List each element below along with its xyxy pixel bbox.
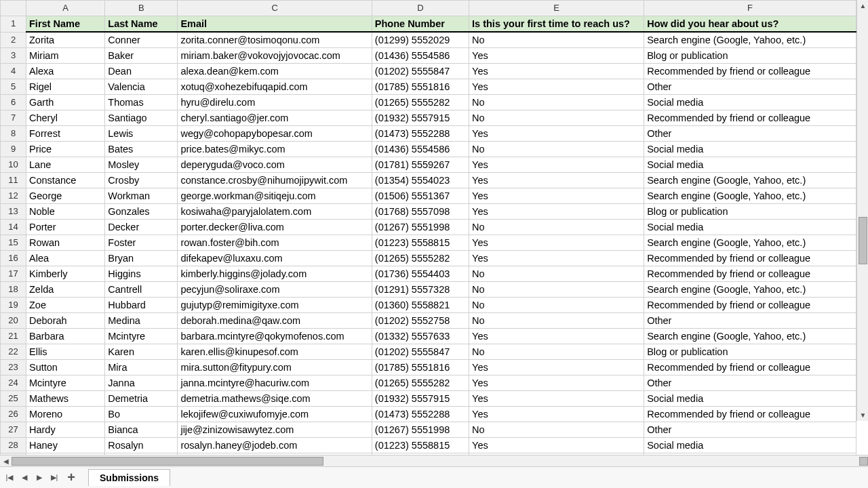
data-cell[interactable]: Alea <box>26 251 105 266</box>
data-cell[interactable]: Zorita <box>26 32 105 48</box>
data-cell[interactable]: Yes <box>469 188 644 204</box>
data-cell[interactable]: Blog or publication <box>644 48 856 64</box>
header-cell[interactable]: How did you hear about us? <box>644 16 856 33</box>
data-cell[interactable]: Porter <box>26 220 105 235</box>
data-cell[interactable]: No <box>469 422 644 438</box>
data-cell[interactable]: Conner <box>105 32 178 48</box>
data-cell[interactable]: Gonzales <box>105 204 178 220</box>
data-cell[interactable]: Clay <box>26 453 105 455</box>
data-cell[interactable]: Yes <box>469 64 644 79</box>
data-cell[interactable]: No <box>469 142 644 157</box>
vscroll-thumb[interactable] <box>859 217 867 264</box>
tab-nav-first[interactable]: |◀ <box>3 470 16 485</box>
data-cell[interactable]: Rosalyn <box>105 438 178 453</box>
data-cell[interactable]: Baker <box>105 48 178 64</box>
data-cell[interactable]: Other <box>644 126 856 142</box>
data-cell[interactable]: deperyguda@voco.com <box>178 157 372 173</box>
data-cell[interactable]: Santiago <box>105 110 178 126</box>
data-cell[interactable]: Yes <box>469 157 644 173</box>
row-header[interactable]: 15 <box>1 235 26 251</box>
data-cell[interactable]: (01267) 5551998 <box>372 220 469 235</box>
data-cell[interactable]: Social media <box>644 142 856 157</box>
data-cell[interactable]: No <box>469 266 644 282</box>
data-cell[interactable]: (01768) 5557098 <box>372 204 469 220</box>
row-header[interactable]: 29 <box>1 453 26 455</box>
data-cell[interactable]: Other <box>644 313 856 329</box>
data-cell[interactable]: Yes <box>469 329 644 344</box>
data-cell[interactable]: porter.decker@liva.com <box>178 220 372 235</box>
row-header[interactable]: 14 <box>1 220 26 235</box>
data-cell[interactable]: Recommended by friend or colleague <box>644 251 856 266</box>
header-cell[interactable]: Last Name <box>105 16 178 33</box>
data-cell[interactable]: Yes <box>469 391 644 407</box>
data-cell[interactable]: No <box>469 110 644 126</box>
data-cell[interactable]: Other <box>644 375 856 391</box>
row-header[interactable]: 22 <box>1 344 26 360</box>
data-cell[interactable]: Blog or publication <box>644 344 856 360</box>
header-cell[interactable]: Is this your first time to reach us? <box>469 16 644 33</box>
data-cell[interactable]: No <box>469 282 644 298</box>
tab-nav-prev[interactable]: ◀ <box>18 470 31 485</box>
data-cell[interactable]: (01436) 5554586 <box>372 48 469 64</box>
data-cell[interactable]: Search engine (Google, Yahoo, etc.) <box>644 235 856 251</box>
data-cell[interactable]: Decker <box>105 220 178 235</box>
data-cell[interactable]: (01736) 5554403 <box>372 266 469 282</box>
data-cell[interactable]: Yes <box>469 438 644 453</box>
data-cell[interactable]: (01265) 5555282 <box>372 251 469 266</box>
data-cell[interactable]: Yes <box>469 79 644 95</box>
row-header[interactable]: 9 <box>1 142 26 157</box>
data-cell[interactable]: Recommended by friend or colleague <box>644 266 856 282</box>
data-cell[interactable]: Janna <box>105 375 178 391</box>
data-cell[interactable]: (01932) 5557915 <box>372 110 469 126</box>
scroll-left-icon[interactable]: ◀ <box>0 455 12 467</box>
data-cell[interactable]: Crosby <box>105 173 178 188</box>
row-header[interactable]: 23 <box>1 360 26 375</box>
data-cell[interactable]: Yes <box>469 204 644 220</box>
data-cell[interactable]: Yes <box>469 407 644 422</box>
data-cell[interactable]: Yes <box>469 126 644 142</box>
data-cell[interactable]: pecyjun@soliraxe.com <box>178 282 372 298</box>
data-cell[interactable]: xotuq@xohezebifuqapid.com <box>178 79 372 95</box>
data-cell[interactable]: hyru@direlu.com <box>178 95 372 110</box>
data-cell[interactable]: Cheryl <box>26 110 105 126</box>
data-cell[interactable]: Cantrell <box>105 282 178 298</box>
data-cell[interactable]: Social media <box>644 391 856 407</box>
header-cell[interactable]: Phone Number <box>372 16 469 33</box>
data-cell[interactable]: (01267) 5551998 <box>372 422 469 438</box>
data-cell[interactable]: Zelda <box>26 282 105 298</box>
data-cell[interactable]: Other <box>644 79 856 95</box>
data-cell[interactable]: (01265) 5555282 <box>372 375 469 391</box>
data-cell[interactable]: Garth <box>26 95 105 110</box>
data-cell[interactable]: George <box>26 188 105 204</box>
row-header[interactable]: 11 <box>1 173 26 188</box>
select-all-corner[interactable] <box>1 1 26 16</box>
data-cell[interactable]: (01223) 5558815 <box>372 235 469 251</box>
row-header[interactable]: 18 <box>1 282 26 298</box>
data-cell[interactable]: (01299) 5552029 <box>372 32 469 48</box>
data-cell[interactable]: cheryl.santiago@jer.com <box>178 110 372 126</box>
data-cell[interactable]: Social media <box>644 220 856 235</box>
scroll-up-icon[interactable]: ▲ <box>857 0 868 12</box>
row-header[interactable]: 7 <box>1 110 26 126</box>
data-cell[interactable]: No <box>469 95 644 110</box>
data-cell[interactable]: Mcintyre <box>105 329 178 344</box>
data-cell[interactable]: Recommended by friend or colleague <box>644 407 856 422</box>
data-cell[interactable]: karen.ellis@kinupesof.com <box>178 344 372 360</box>
row-header[interactable]: 26 <box>1 407 26 422</box>
data-cell[interactable]: Thomas <box>105 95 178 110</box>
row-header[interactable]: 1 <box>1 16 26 33</box>
column-header[interactable]: A <box>26 1 105 16</box>
data-cell[interactable]: price.bates@mikyc.com <box>178 142 372 157</box>
data-cell[interactable]: rosalyn.haney@jodeb.com <box>178 438 372 453</box>
data-cell[interactable]: miriam.baker@vokovojyjovocac.com <box>178 48 372 64</box>
data-cell[interactable]: zorita.conner@tosimoqonu.com <box>178 32 372 48</box>
data-cell[interactable]: Blog or publication <box>644 204 856 220</box>
data-cell[interactable]: Bo <box>105 407 178 422</box>
data-cell[interactable]: (01506) 5551367 <box>372 188 469 204</box>
tab-nav-last[interactable]: ▶| <box>47 470 61 485</box>
data-cell[interactable]: Search engine (Google, Yahoo, etc.) <box>644 32 856 48</box>
tab-nav-next[interactable]: ▶ <box>33 470 46 485</box>
data-cell[interactable]: Yes <box>469 48 644 64</box>
row-header[interactable]: 20 <box>1 313 26 329</box>
scroll-down-icon[interactable]: ▼ <box>857 409 868 421</box>
